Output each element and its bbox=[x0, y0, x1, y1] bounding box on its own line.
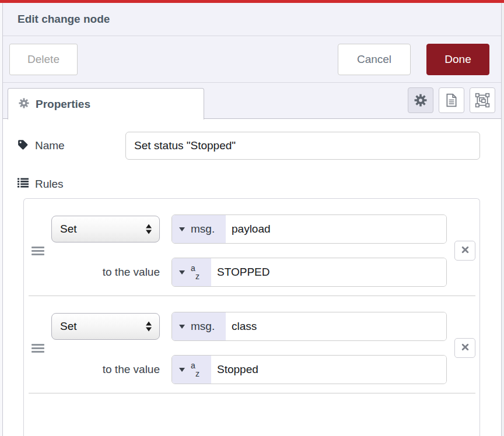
property-type-label: msg. bbox=[191, 320, 215, 333]
rule-value-typed-input: az bbox=[172, 355, 447, 384]
close-icon bbox=[461, 343, 469, 353]
chevron-down-icon bbox=[179, 270, 185, 275]
to-the-value-label: to the value bbox=[51, 355, 160, 384]
rule-property-input[interactable] bbox=[226, 312, 446, 340]
close-icon bbox=[461, 245, 469, 256]
chevron-down-icon bbox=[179, 227, 185, 231]
rule-action-select[interactable]: Set bbox=[51, 313, 160, 340]
properties-form: Name Rules bbox=[3, 119, 501, 436]
string-type-icon: az bbox=[191, 362, 200, 377]
appearance-button[interactable] bbox=[470, 87, 495, 113]
tag-icon bbox=[18, 139, 28, 153]
group-select-icon bbox=[475, 93, 490, 108]
rules-label-text: Rules bbox=[35, 178, 64, 191]
rules-list: Set msg. bbox=[23, 198, 480, 436]
tray-header: Edit change node bbox=[3, 3, 501, 36]
rule-action-value: Set bbox=[60, 223, 77, 235]
file-icon bbox=[445, 93, 458, 107]
value-type-button[interactable]: az bbox=[172, 356, 211, 384]
tab-properties-label: Properties bbox=[36, 98, 90, 111]
value-type-button[interactable]: az bbox=[172, 258, 211, 286]
properties-gear-button[interactable] bbox=[408, 87, 433, 113]
cancel-button[interactable]: Cancel bbox=[338, 44, 411, 75]
remove-rule-button[interactable] bbox=[454, 338, 475, 358]
property-type-button[interactable]: msg. bbox=[172, 215, 226, 243]
rule-property-typed-input: msg. bbox=[172, 215, 447, 244]
rule-property-input[interactable] bbox=[226, 215, 446, 243]
gear-icon bbox=[19, 98, 29, 111]
page-title: Edit change node bbox=[18, 13, 110, 26]
list-icon bbox=[18, 178, 29, 191]
node-name-input[interactable] bbox=[125, 132, 480, 160]
rule-value-typed-input: az bbox=[172, 258, 447, 287]
tray-toolbar: Delete Cancel Done bbox=[3, 36, 501, 83]
rules-section-label: Rules bbox=[18, 178, 480, 191]
tab-properties[interactable]: Properties bbox=[8, 88, 204, 119]
name-label-text: Name bbox=[35, 139, 65, 152]
rule-property-typed-input: msg. bbox=[172, 312, 447, 341]
rule-row: Set msg. bbox=[24, 296, 480, 393]
delete-button[interactable]: Delete bbox=[9, 44, 78, 75]
rule-value-input[interactable] bbox=[211, 258, 446, 286]
name-label: Name bbox=[18, 139, 125, 153]
property-type-button[interactable]: msg. bbox=[172, 312, 226, 340]
grip-icon bbox=[32, 245, 44, 257]
tray-right-edge bbox=[501, 3, 504, 436]
gear-icon bbox=[414, 94, 427, 107]
grip-icon bbox=[32, 342, 44, 354]
done-button[interactable]: Done bbox=[426, 44, 489, 75]
remove-rule-button[interactable] bbox=[454, 241, 475, 261]
rule-value-input[interactable] bbox=[211, 356, 446, 384]
rule-action-value: Set bbox=[60, 320, 77, 333]
rule-action-select[interactable]: Set bbox=[51, 216, 160, 242]
tab-icon-buttons bbox=[408, 87, 495, 113]
rule-drag-handle[interactable] bbox=[24, 215, 51, 287]
chevron-down-icon bbox=[179, 368, 185, 372]
select-arrows-icon bbox=[146, 322, 152, 332]
name-field-row: Name bbox=[18, 132, 480, 160]
editor-tab-bar: Properties bbox=[3, 83, 501, 119]
rule-row: Set msg. bbox=[24, 199, 480, 296]
rules-empty-area bbox=[24, 393, 480, 436]
description-button[interactable] bbox=[439, 87, 464, 113]
chevron-down-icon bbox=[179, 325, 185, 329]
string-type-icon: az bbox=[191, 265, 200, 280]
to-the-value-label: to the value bbox=[51, 258, 160, 287]
edit-node-tray: Edit change node Delete Cancel Done bbox=[3, 3, 501, 436]
rule-drag-handle[interactable] bbox=[24, 312, 51, 384]
property-type-label: msg. bbox=[191, 223, 215, 235]
select-arrows-icon bbox=[146, 224, 152, 234]
